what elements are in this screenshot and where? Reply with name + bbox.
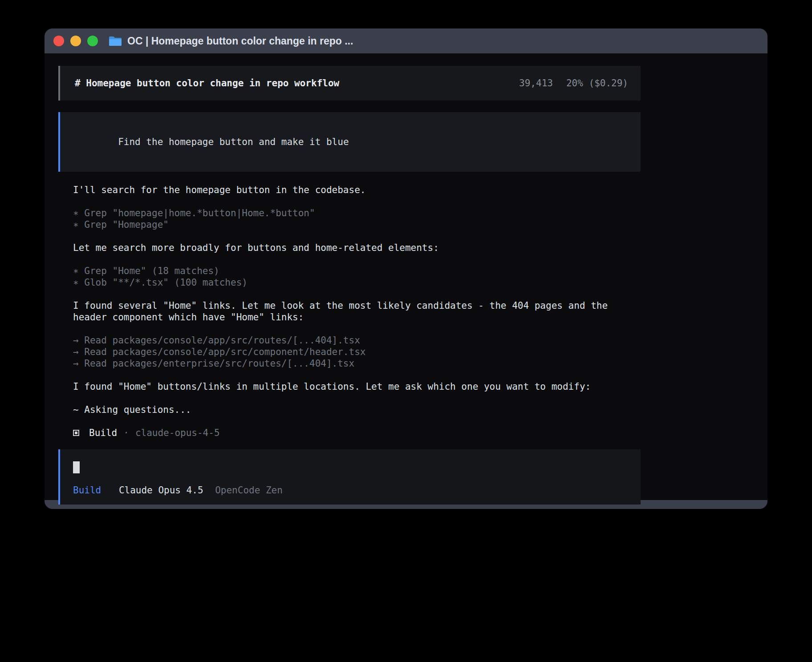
conversation-line: ~ Asking questions... [73,404,641,416]
conversation-line: ∗ Grep "Homepage" [73,219,641,230]
window-title: OC | Homepage button color change in rep… [127,35,353,47]
conversation-line [73,369,641,381]
agent-icon [73,430,79,436]
conversation-line: → Read packages/console/app/src/componen… [73,346,641,358]
token-count: 39,413 [519,78,553,89]
conversation-line [73,288,641,300]
prompt-input[interactable]: Build Claude Opus 4.5 OpenCode Zen [58,449,641,505]
conversation-line [73,254,641,265]
conversation-line: Let me search more broadly for buttons a… [73,242,641,254]
conversation-line: → Read packages/enterprise/src/routes/[.… [73,358,641,369]
conversation-line: I found "Home" buttons/links in multiple… [73,381,641,392]
input-provider-label: OpenCode Zen [215,485,283,496]
conversation-line: ∗ Grep "homepage|home.*button|Home.*butt… [73,207,641,219]
context-usage: 20% ($0.29) [566,78,628,89]
input-agent-label[interactable]: Build [73,485,101,496]
conversation-line [73,196,641,207]
input-status-line: Build Claude Opus 4.5 OpenCode Zen [73,484,628,496]
text-cursor [73,461,80,473]
agent-name: Build [89,428,117,438]
conversation-line [73,416,641,427]
conversation-line: I'll search for the homepage button in t… [73,184,641,196]
folder-icon [109,36,122,47]
conversation-line: ∗ Glob "**/*.tsx" (100 matches) [73,277,641,288]
terminal-window: OC | Homepage button color change in rep… [45,28,767,509]
desktop-background: { "window": { "title": "OC | Homepage bu… [0,0,812,662]
close-button[interactable] [53,36,64,46]
conversation-line: I found several "Home" links. Let me loo… [73,300,641,323]
session-stats: 39,41320% ($0.29) [519,77,628,89]
status-separator: · [123,428,129,438]
conversation-line: ∗ Grep "Home" (18 matches) [73,265,641,277]
conversation-line [73,230,641,242]
titlebar[interactable]: OC | Homepage button color change in rep… [45,28,767,53]
user-message-text: Find the homepage button and make it blu… [118,137,349,147]
agent-status-line: Build · claude-opus-4-5 [58,427,641,439]
conversation: I'll search for the homepage button in t… [58,184,641,427]
conversation-line [73,323,641,335]
zoom-button[interactable] [87,36,98,46]
terminal-content: # Homepage button color change in repo w… [45,53,767,500]
user-message: Find the homepage button and make it blu… [58,112,641,172]
model-name: claude-opus-4-5 [135,428,220,438]
window-controls [53,36,98,46]
session-header: # Homepage button color change in repo w… [58,66,641,101]
session-title: # Homepage button color change in repo w… [75,77,339,89]
minimize-button[interactable] [70,36,81,46]
conversation-line [73,392,641,404]
conversation-line: → Read packages/console/app/src/routes/[… [73,335,641,346]
input-model-label[interactable]: Claude Opus 4.5 [119,485,203,496]
